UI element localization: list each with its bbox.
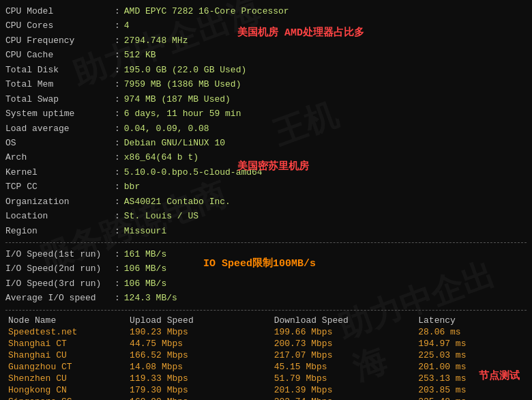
network-latency: 225.03 ms xyxy=(415,349,527,361)
system-label: System uptime xyxy=(5,106,115,121)
network-node: Shanghai CU xyxy=(5,349,127,361)
system-value: 512 KB xyxy=(124,48,156,62)
system-label: Total Disk xyxy=(5,63,115,77)
io-value: 124.3 MB/s xyxy=(124,291,177,305)
info-separator: : xyxy=(115,261,120,276)
network-latency: 235.48 ms xyxy=(415,396,527,400)
io-label: Average I/O speed xyxy=(5,291,115,305)
system-label: OS xyxy=(5,136,115,150)
io-annotation: IO Speed限制100MB/s xyxy=(203,257,316,270)
system-value: 0.04, 0.09, 0.08 xyxy=(124,122,209,136)
system-value: 974 MB (187 MB Used) xyxy=(124,92,231,106)
info-separator: : xyxy=(115,224,120,238)
io-value: 106 MB/s xyxy=(124,261,166,276)
system-rows: CPU Model: AMD EPYC 7282 16-Core Process… xyxy=(5,4,527,238)
info-separator: : xyxy=(115,92,120,106)
network-node: Shanghai CT xyxy=(5,338,127,349)
network-row: Singapore SG160.90 Mbps202.74 Mbps235.48… xyxy=(5,396,527,400)
info-separator: : xyxy=(115,180,120,194)
system-label: CPU Cache xyxy=(5,48,115,62)
info-separator: : xyxy=(115,33,120,48)
network-upload: 166.52 Mbps xyxy=(127,349,271,361)
system-value: 7959 MB (1386 MB Used) xyxy=(124,77,241,91)
system-label: Total Mem xyxy=(5,77,115,91)
system-value: x86_64(64 b t) xyxy=(124,150,198,165)
network-row: Hongkong CN179.30 Mbps201.39 Mbps203.85 … xyxy=(5,384,527,396)
system-value: Debian GNU/LiNUX 10 xyxy=(124,136,225,150)
network-upload: 44.75 Mbps xyxy=(127,338,271,349)
network-download: 201.39 Mbps xyxy=(271,384,416,396)
network-upload: 190.23 Mbps xyxy=(127,326,271,338)
system-label: CPU Cores xyxy=(5,18,115,33)
network-table-body: Speedtest.net190.23 Mbps199.66 Mbps28.06… xyxy=(5,326,527,400)
system-info-row: TCP CC: bbr xyxy=(5,180,527,194)
system-label: CPU Model xyxy=(5,4,115,18)
amd-annotation: 美国机房 AMD处理器占比多 xyxy=(237,26,364,39)
header-upload: Upload Speed xyxy=(127,315,271,326)
system-info-row: OS: Debian GNU/LiNUX 10 xyxy=(5,136,527,150)
network-node: Speedtest.net xyxy=(5,326,127,338)
network-latency: 203.85 ms xyxy=(415,384,527,396)
io-rows: I/O Speed(1st run): 161 MB/sI/O Speed(2n… xyxy=(5,247,527,306)
info-separator: : xyxy=(115,165,120,180)
info-separator: : xyxy=(115,136,120,150)
io-value: 106 MB/s xyxy=(124,276,166,291)
network-download: 202.74 Mbps xyxy=(271,396,416,400)
system-value: 195.0 GB (22.0 GB Used) xyxy=(124,63,246,77)
system-value: 6 days, 11 hour 59 min xyxy=(124,106,241,121)
system-value: 2794.748 MHz xyxy=(124,33,188,48)
io-value: 161 MB/s xyxy=(124,247,166,261)
network-latency: 194.97 ms xyxy=(415,338,527,349)
system-label: Arch xyxy=(5,150,115,165)
system-info-row: Total Disk: 195.0 GB (22.0 GB Used) xyxy=(5,63,527,77)
network-upload: 160.90 Mbps xyxy=(127,396,271,400)
network-row: Shanghai CU166.52 Mbps217.07 Mbps225.03 … xyxy=(5,349,527,361)
info-separator: : xyxy=(115,247,120,261)
network-node: Guangzhou CT xyxy=(5,361,127,373)
system-info-row: Location: St. Louis / US xyxy=(5,209,527,223)
info-separator: : xyxy=(115,63,120,77)
info-separator: : xyxy=(115,122,120,136)
system-info-row: CPU Model: AMD EPYC 7282 16-Core Process… xyxy=(5,4,527,18)
header-node: Node Name xyxy=(5,315,127,326)
system-value: bbr xyxy=(124,180,140,194)
system-info-row: Organization: AS40021 Contabo Inc. xyxy=(5,195,527,209)
network-node: Singapore SG xyxy=(5,396,127,400)
network-table-header: Node Name Upload Speed Download Speed La… xyxy=(5,315,527,326)
info-separator: : xyxy=(115,291,120,305)
system-label: Organization xyxy=(5,195,115,209)
network-row: Speedtest.net190.23 Mbps199.66 Mbps28.06… xyxy=(5,326,527,338)
system-value: Missouri xyxy=(124,224,166,238)
network-download: 51.79 Mbps xyxy=(271,373,416,384)
network-row: Shenzhen CU119.33 Mbps51.79 Mbps253.13 m… xyxy=(5,373,527,384)
system-value: St. Louis / US xyxy=(124,209,198,223)
system-info-row: Load average: 0.04, 0.09, 0.08 xyxy=(5,122,527,136)
network-node: Shenzhen CU xyxy=(5,373,127,384)
divider-2 xyxy=(5,310,527,311)
info-separator: : xyxy=(115,276,120,291)
network-download: 200.73 Mbps xyxy=(271,338,416,349)
io-info-row: Average I/O speed: 124.3 MB/s xyxy=(5,291,527,305)
io-label: I/O Speed(1st run) xyxy=(5,247,115,261)
system-value: 4 xyxy=(124,18,130,33)
network-download: 45.15 Mbps xyxy=(271,361,416,373)
info-separator: : xyxy=(115,195,120,209)
system-label: CPU Frequency xyxy=(5,33,115,48)
divider-1 xyxy=(5,242,527,243)
network-download: 199.66 Mbps xyxy=(271,326,416,338)
system-label: Load average xyxy=(5,122,115,136)
io-info-row: I/O Speed(3rd run): 106 MB/s xyxy=(5,276,527,291)
network-upload: 179.30 Mbps xyxy=(127,384,271,396)
system-info-row: Total Mem: 7959 MB (1386 MB Used) xyxy=(5,77,527,91)
header-latency: Latency xyxy=(415,315,527,326)
system-info-row: System uptime: 6 days, 11 hour 59 min xyxy=(5,106,527,121)
system-info-row: Total Swap: 974 MB (187 MB Used) xyxy=(5,92,527,106)
info-separator: : xyxy=(115,209,120,223)
network-latency: 28.06 ms xyxy=(415,326,527,338)
system-value: AS40021 Contabo Inc. xyxy=(124,195,231,209)
io-label: I/O Speed(2nd run) xyxy=(5,261,115,276)
system-info-row: Region: Missouri xyxy=(5,224,527,238)
node-annotation: 节点测试 xyxy=(479,369,520,382)
network-download: 217.07 Mbps xyxy=(271,349,416,361)
system-label: TCP CC xyxy=(5,180,115,194)
